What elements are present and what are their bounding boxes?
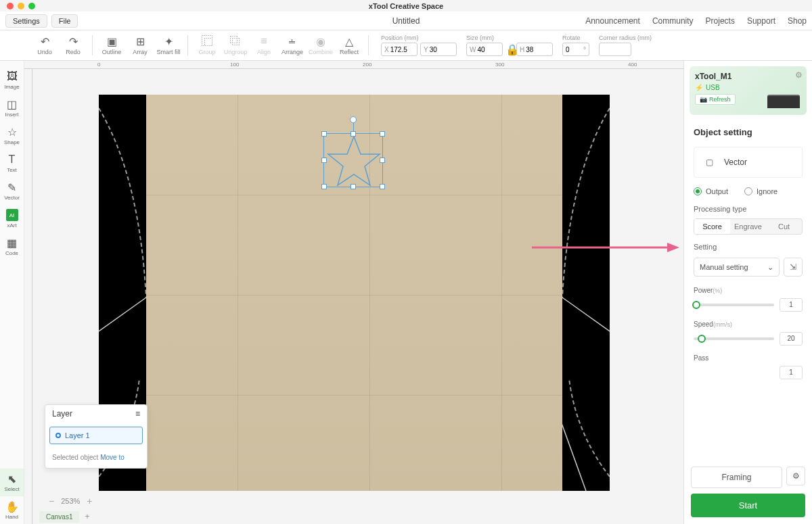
layer-radio-icon [55,433,61,438]
ignore-radio[interactable]: Ignore [744,187,777,195]
window-minimize-button[interactable] [18,3,24,9]
image-icon: 🖼 [6,70,18,82]
resize-handle-e[interactable] [380,158,385,163]
setting-label: Setting [684,237,812,254]
canvas-area[interactable]: 0 100 200 300 400 [24,61,683,524]
sidebar-shape[interactable]: ☆Shape [0,122,24,149]
arrange-button[interactable]: ⫨Arrange [280,35,304,55]
framing-settings-button[interactable]: ⚙ [786,467,805,485]
sidebar-xart[interactable]: AIxArt [0,205,24,233]
resize-handle-nw[interactable] [321,131,327,137]
nav-projects[interactable]: Projects [706,16,735,26]
setting-mode-select[interactable]: Manual setting⌄ [694,258,780,277]
reflect-button[interactable]: △Reflect [337,35,361,55]
rotate-input[interactable]: 0° [562,43,589,56]
pass-value-input[interactable]: 1 [780,366,803,379]
right-panel: ⚙ xTool_M1 ⚡USB 📷Refresh Object setting … [683,61,812,524]
zoom-control: − 253% + [49,496,93,506]
sidebar-insert[interactable]: ◫Insert [0,94,24,122]
group-button[interactable]: ⿸Group [195,35,219,55]
speed-value-input[interactable]: 20 [780,332,803,346]
device-box: ⚙ xTool_M1 ⚡USB 📷Refresh [690,66,807,115]
sidebar-text[interactable]: TText [0,149,24,177]
object-setting-title: Object setting [684,120,812,141]
ungroup-button[interactable]: ⿻Ungroup [223,35,248,55]
power-slider[interactable] [694,304,774,306]
ai-icon: AI [6,209,18,221]
redo-button[interactable]: ↷Redo [61,35,85,55]
selected-object[interactable] [323,133,383,187]
resize-handle-s[interactable] [351,184,356,189]
window-close-button[interactable] [7,3,14,9]
nav-community[interactable]: Community [652,16,694,26]
nav-shop[interactable]: Shop [788,16,807,26]
resize-handle-w[interactable] [321,158,327,163]
nav-support[interactable]: Support [747,16,775,26]
hand-icon: ✋ [6,500,18,513]
tab-engrave[interactable]: Engrave [730,219,766,234]
sidebar-hand[interactable]: ✋Hand [0,496,24,524]
array-button[interactable]: ⊞Array [128,35,152,55]
window-maximize-button[interactable] [28,3,35,9]
resize-handle-ne[interactable] [380,131,385,137]
speed-slider[interactable] [694,337,774,340]
file-button[interactable]: File [51,14,78,28]
sidebar: 🖼Image ◫Insert ☆Shape TText ✎Vector AIxA… [0,61,24,524]
pass-label: Pass [694,354,708,362]
size-h-input[interactable]: H38 [516,43,553,56]
power-label: Power [694,287,713,294]
undo-button[interactable]: ↶Undo [32,35,57,55]
settings-button[interactable]: Settings [5,14,47,28]
corner-label: Corner radius (mm) [599,34,652,41]
camera-icon: 📷 [700,96,707,103]
resize-handle-n[interactable] [351,131,356,137]
nav-announcement[interactable]: Announcement [585,16,640,26]
power-value-input[interactable]: 1 [780,298,803,312]
tab-score[interactable]: Score [694,219,730,234]
device-settings-icon[interactable]: ⚙ [795,70,803,80]
zoom-in-button[interactable]: + [87,496,92,506]
text-icon: T [6,153,18,166]
add-canvas-button[interactable]: + [85,512,89,521]
resize-handle-sw[interactable] [321,184,327,189]
framing-button[interactable]: Framing [691,467,782,488]
canvas-tab[interactable]: Canvas1 [39,511,79,523]
position-x-input[interactable]: X172.5 [381,43,418,56]
qr-icon: ▦ [6,237,18,249]
setting-export-button[interactable]: ⇲ [784,258,803,277]
position-y-input[interactable]: Y30 [420,43,457,56]
resize-handle-se[interactable] [380,184,385,189]
size-w-input[interactable]: W40 [466,43,503,56]
cursor-icon: ⬉ [6,473,18,485]
outline-button[interactable]: ▣Outline [99,35,124,55]
sidebar-vector[interactable]: ✎Vector [0,177,24,205]
zoom-out-button[interactable]: − [49,496,54,506]
align-button[interactable]: ≡Align [252,35,276,55]
usb-icon: ⚡ [695,84,703,91]
lock-icon[interactable]: 🔒 [505,43,514,56]
start-button[interactable]: Start [691,494,805,517]
rotate-label: Rotate [562,34,589,41]
sidebar-image[interactable]: 🖼Image [0,66,24,94]
sidebar-code[interactable]: ▦Code [0,233,24,260]
ruler-horizontal: 0 100 200 300 400 [24,61,683,69]
processing-tabs: Score Engrave Cut [694,218,803,235]
sidebar-select[interactable]: ⬉Select [0,469,24,496]
document-title: Untitled [392,16,420,26]
output-radio[interactable]: Output [694,187,728,195]
device-thumbnail [767,95,800,108]
corner-input[interactable] [599,43,631,56]
rotate-handle[interactable] [350,116,357,123]
layer-menu-icon[interactable]: ≡ [135,409,140,419]
svg-marker-0 [328,137,380,185]
size-label: Size (mm) [466,34,553,41]
layer-title: Layer [52,409,72,419]
moveto-link[interactable]: Move to [100,454,125,461]
tab-cut[interactable]: Cut [766,219,802,234]
refresh-button[interactable]: 📷Refresh [695,94,736,105]
smartfill-button[interactable]: ✦Smart fill [156,35,181,55]
layer-item[interactable]: Layer 1 [49,427,143,444]
combine-button[interactable]: ◉Combine [309,35,333,55]
layer-panel: Layer ≡ Layer 1 Selected object Move to [45,404,148,469]
titlebar: xTool Creative Space [0,0,812,11]
